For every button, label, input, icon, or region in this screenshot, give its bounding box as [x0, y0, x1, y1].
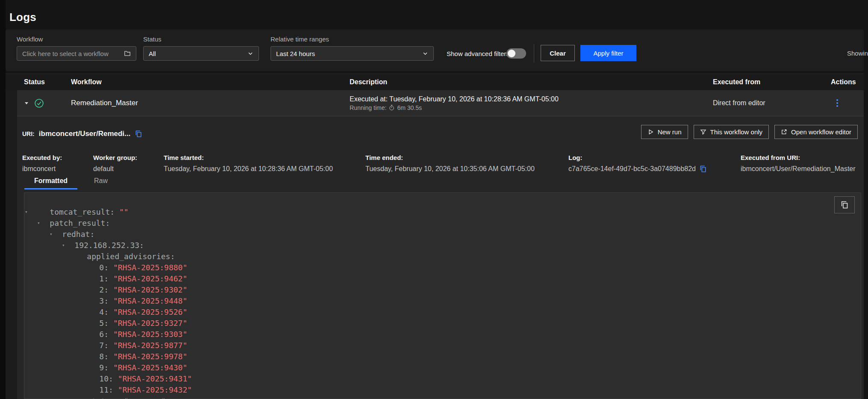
uri-label: URI:: [22, 130, 35, 137]
copy-log-id-button[interactable]: [699, 165, 707, 173]
log-line: 5: "RHSA-2025:9327": [24, 307, 861, 318]
tab-raw[interactable]: Raw: [77, 173, 124, 189]
time-range-filter-label: Relative time ranges: [271, 35, 329, 43]
timer-icon: [388, 104, 395, 111]
expand-marker-icon[interactable]: ▾: [62, 240, 65, 251]
table-body: Remediation_Master Executed at: Tuesday,…: [6, 90, 864, 399]
this-workflow-only-button[interactable]: This workflow only: [694, 125, 769, 139]
logs-page: Logs Workflow Click here to select a wor…: [0, 0, 868, 399]
time-range-selected-value: Last 24 hours: [276, 50, 422, 57]
log-line: 8: "RHSA-2025:9978": [24, 340, 861, 351]
launch-icon: [781, 129, 787, 135]
log-output-area: tomcat_result: "" ▾patch_result: ▾redhat…: [24, 192, 861, 399]
open-workflow-editor-button[interactable]: Open workflow editor: [774, 125, 858, 139]
column-header-actions: Actions: [831, 78, 864, 86]
running-time-label: Running time:: [350, 104, 386, 112]
folder-icon: [124, 50, 131, 57]
log-line: 2: "RHSA-2025:9302": [24, 273, 861, 284]
workflow-placeholder: Click here to select a workflow: [22, 50, 124, 57]
this-workflow-only-label: This workflow only: [710, 128, 763, 136]
meta-time-started: Time started: Tuesday, February 10, 2026…: [164, 154, 365, 173]
column-header-status: Status: [24, 78, 71, 86]
log-line: 10: "RHSA-2025:9431": [24, 362, 861, 373]
log-line: 6: "RHSA-2025:9303": [24, 318, 861, 329]
tab-formatted[interactable]: Formatted: [24, 173, 77, 189]
log-line: ▾192.168.252.33:: [24, 229, 861, 240]
log-line: ▾redhat:: [24, 218, 861, 229]
column-header-workflow: Workflow: [71, 78, 350, 86]
filter-icon: [700, 129, 706, 135]
meta-executed-from-uri: Executed from URI: ibmconcert/User/Remed…: [741, 154, 864, 173]
workflow-filter-label: Workflow: [17, 35, 43, 43]
copy-uri-button[interactable]: [135, 130, 142, 138]
clear-button[interactable]: Clear: [541, 45, 575, 61]
workflow-select-input[interactable]: Click here to select a workflow: [17, 46, 136, 61]
status-selected-value: All: [149, 50, 247, 57]
filter-divider: [534, 44, 534, 63]
expand-marker-icon[interactable]: ▾: [25, 207, 28, 218]
log-line: 0: "RHSA-2025:9880": [24, 251, 861, 262]
overflow-menu-icon[interactable]: [832, 97, 843, 109]
status-filter-label: Status: [143, 35, 162, 43]
open-workflow-editor-label: Open workflow editor: [791, 128, 851, 136]
log-lines: tomcat_result: "" ▾patch_result: ▾redhat…: [24, 193, 861, 396]
expand-marker-icon[interactable]: ▾: [37, 218, 40, 229]
advanced-filters-label: Show advanced filters: [447, 50, 509, 57]
meta-executed-by: Executed by: ibmconcert: [22, 154, 93, 173]
success-icon: [34, 98, 44, 108]
status-select[interactable]: All: [143, 46, 259, 61]
expand-marker-icon[interactable]: ▾: [50, 229, 53, 240]
new-run-label: New run: [658, 128, 682, 136]
log-line: 3: "RHSA-2025:9448": [24, 284, 861, 296]
advanced-filters-toggle[interactable]: [506, 48, 526, 59]
log-line: 1: "RHSA-2025:9462": [24, 262, 861, 273]
running-time-value: 6m 30.5s: [397, 104, 422, 112]
table-row[interactable]: Remediation_Master Executed at: Tuesday,…: [17, 90, 864, 116]
page-title: Logs: [9, 11, 36, 24]
filter-panel: Workflow Click here to select a workflow…: [6, 30, 864, 71]
log-line: 4: "RHSA-2025:9526": [24, 296, 861, 307]
meta-log-id: Log: c7a765ce-14ef-49d7-bc5c-3a07489bb82…: [568, 154, 741, 173]
executed-from-value: Direct from editor: [713, 99, 831, 107]
log-view-tabs: Formatted Raw: [24, 173, 124, 189]
log-line: ▾patch_result:: [24, 207, 861, 218]
log-line: status: "success": [24, 384, 861, 396]
play-icon: [647, 129, 654, 135]
meta-time-ended: Time ended: Tuesday, February 10, 2026 a…: [365, 154, 568, 173]
uri-value: ibmconcert/User/Remedi...: [39, 130, 130, 138]
log-line: ▾applied_advisories:: [24, 240, 861, 251]
column-header-executed-from: Executed from: [713, 78, 831, 86]
log-id-value: c7a765ce-14ef-49d7-bc5c-3a07489bb82d: [568, 165, 696, 173]
log-line: 7: "RHSA-2025:9877": [24, 329, 861, 340]
chevron-down-icon: [247, 50, 253, 56]
new-run-button[interactable]: New run: [641, 125, 688, 139]
run-metadata: Executed by: ibmconcert Worker group: de…: [17, 154, 864, 173]
apply-filter-button[interactable]: Apply filter: [580, 45, 636, 61]
log-line: 11: "RHSA-2025:9432": [24, 373, 861, 384]
log-line: tomcat_result: "": [24, 195, 861, 207]
chevron-down-icon: [422, 50, 428, 56]
run-detail-panel: URI: ibmconcert/User/Remedi...: [17, 117, 864, 399]
workflow-name: Remediation_Master: [71, 99, 350, 107]
column-header-description: Description: [350, 78, 713, 86]
caret-down-icon[interactable]: [24, 100, 29, 106]
time-range-select[interactable]: Last 24 hours: [271, 46, 434, 61]
showing-count: Showing: 16: [847, 50, 868, 57]
executed-at-text: Executed at: Tuesday, February 10, 2026 …: [350, 95, 713, 103]
left-gutter: [0, 0, 6, 399]
expanded-run-card: Remediation_Master Executed at: Tuesday,…: [17, 90, 864, 399]
meta-worker-group: Worker group: default: [93, 154, 164, 173]
table-header: Status Workflow Description Executed fro…: [6, 74, 864, 90]
copy-log-button[interactable]: [834, 196, 855, 213]
toggle-knob: [508, 50, 515, 57]
log-line: 9: "RHSA-2025:9430": [24, 351, 861, 362]
